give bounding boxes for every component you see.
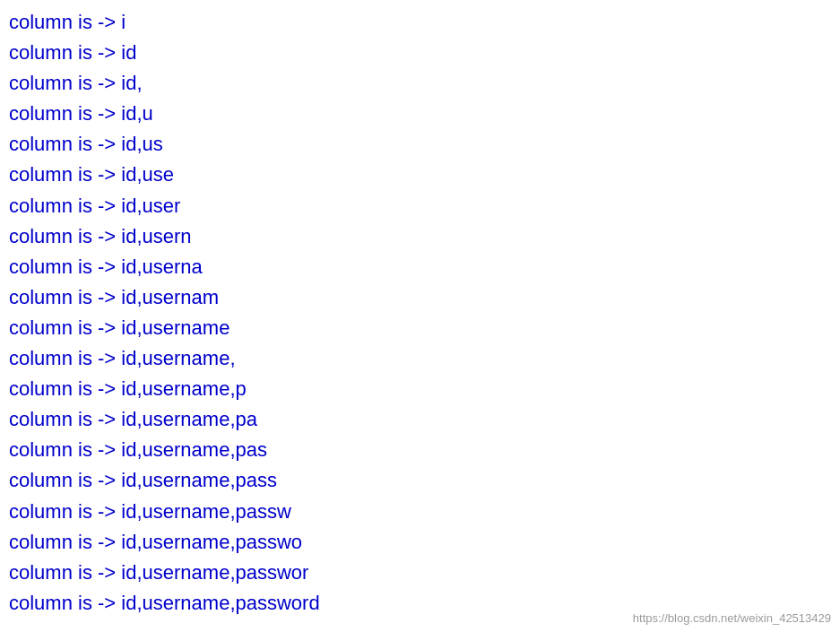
log-line: column is -> id,username,p xyxy=(9,374,831,404)
log-line: column is -> id,username,pass xyxy=(9,465,831,496)
log-line: column is -> id,userna xyxy=(9,252,831,282)
log-line: column is -> id,username,pas xyxy=(9,435,831,465)
log-line: column is -> id,u xyxy=(9,99,831,129)
log-line: column is -> id,username, xyxy=(9,343,831,374)
log-line: column is -> id,usern xyxy=(9,221,831,252)
log-line: column is -> id,username,passw xyxy=(9,497,831,527)
log-line: column is -> i xyxy=(9,7,831,38)
log-line: column is -> id,username,passwo xyxy=(9,527,831,558)
log-output: column is -> icolumn is -> idcolumn is -… xyxy=(0,0,840,626)
log-line: column is -> id,user xyxy=(9,191,831,221)
log-line: column is -> id,username,pa xyxy=(9,404,831,435)
watermark: https://blog.csdn.net/weixin_42513429 xyxy=(633,611,831,625)
log-line: column is -> id xyxy=(9,38,831,68)
log-line: column is -> id,username,passwor xyxy=(9,558,831,588)
log-line: column is -> id,us xyxy=(9,129,831,160)
log-line: column is -> id,usernam xyxy=(9,282,831,313)
log-line: column is -> id,username xyxy=(9,313,831,343)
log-line: column is -> id,use xyxy=(9,160,831,190)
log-line: column is -> id, xyxy=(9,68,831,99)
